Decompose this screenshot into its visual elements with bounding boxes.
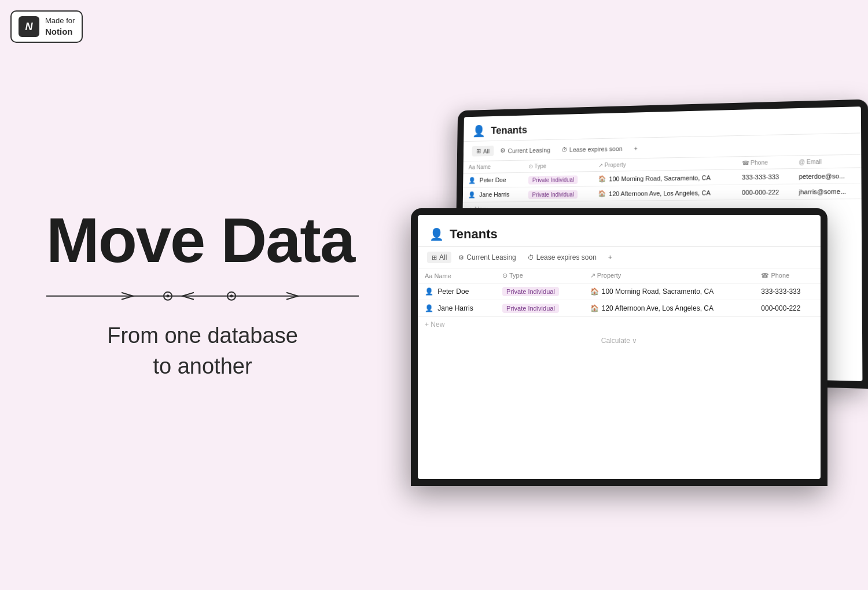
front-db-tabs: ⊞ All ⚙ Current Leasing ⏱ Lease expires … xyxy=(418,247,821,268)
sub-title: From one database to another xyxy=(46,320,359,382)
front-row1-type: Private Individual xyxy=(495,283,583,300)
badge-line2: Notion xyxy=(45,26,75,38)
subtitle-line2: to another xyxy=(153,354,252,378)
svg-point-4 xyxy=(230,294,233,297)
row2-email: jharris@some... xyxy=(793,183,862,200)
front-tab-expires[interactable]: ⏱ Lease expires soon xyxy=(523,252,601,263)
subtitle-line1: From one database xyxy=(107,323,298,348)
front-new-row[interactable]: + New xyxy=(418,317,821,332)
col-name[interactable]: Aa Name xyxy=(463,161,523,174)
row1-type: Private Individual xyxy=(523,172,593,187)
front-row2-property: 🏠 120 Afternoon Ave, Los Angeles, CA xyxy=(583,300,755,317)
back-db-icon: 👤 xyxy=(472,124,486,138)
right-content: 👤 Tenants ⊞ All ⚙ Current Leasing ⏱ Leas… xyxy=(411,104,868,521)
col-type[interactable]: ⊙ Type xyxy=(523,160,593,173)
back-tab-leasing[interactable]: ⚙ Current Leasing xyxy=(496,144,554,156)
front-col-type[interactable]: ⊙ Type xyxy=(495,268,583,283)
front-tab-add[interactable]: + xyxy=(604,252,617,263)
badge-line1: Made for xyxy=(45,16,75,26)
row1-phone: 333-333-333 xyxy=(736,169,793,185)
col-phone[interactable]: ☎ Phone xyxy=(736,156,793,169)
calculate-row[interactable]: Calculate ∨ xyxy=(418,332,821,349)
front-tab-all[interactable]: ⊞ All xyxy=(427,252,451,263)
front-col-phone[interactable]: ☎ Phone xyxy=(754,268,821,283)
row2-type: Private Individual xyxy=(523,186,593,202)
back-tab-expires[interactable]: ⏱ Lease expires soon xyxy=(557,143,627,154)
front-row2-name: 👤 Jane Harris xyxy=(418,300,495,317)
badge-text: Made for Notion xyxy=(45,16,75,37)
front-db-table: Aa Name ⊙ Type ↗ Property ☎ Phone 👤 Pete… xyxy=(418,268,821,317)
back-tab-all[interactable]: ⊞ All xyxy=(472,146,494,157)
laptop-front: 👤 Tenants ⊞ All ⚙ Current Leasing ⏱ Leas… xyxy=(411,208,827,486)
front-screen-content: 👤 Tenants ⊞ All ⚙ Current Leasing ⏱ Leas… xyxy=(418,215,821,479)
row2-property: 🏠 120 Afternoon Ave, Los Angeles, CA xyxy=(593,185,736,201)
main-title: Move Data xyxy=(46,208,359,272)
row1-property: 🏠 100 Morning Road, Sacramento, CA xyxy=(593,169,735,186)
svg-point-2 xyxy=(167,294,170,297)
row1-name: 👤 Peter Doe xyxy=(463,172,523,187)
front-row2-phone: 000-000-222 xyxy=(754,300,821,317)
front-tab-leasing[interactable]: ⚙ Current Leasing xyxy=(454,252,520,263)
back-tab-add[interactable]: + xyxy=(630,143,642,153)
front-row2-type: Private Individual xyxy=(495,300,583,317)
table-row: 👤 Peter Doe Private Individual 🏠 100 Mor… xyxy=(418,283,821,300)
back-db-table: Aa Name ⊙ Type ↗ Property ☎ Phone @ Emai… xyxy=(463,155,862,202)
front-col-name[interactable]: Aa Name xyxy=(418,268,495,283)
front-row1-property: 🏠 100 Morning Road, Sacramento, CA xyxy=(583,283,755,300)
front-row1-name: 👤 Peter Doe xyxy=(418,283,495,300)
front-db-icon: 👤 xyxy=(429,227,444,241)
notion-badge: N Made for Notion xyxy=(10,10,83,43)
row2-phone: 000-000-222 xyxy=(736,184,793,200)
divider-line xyxy=(46,288,359,304)
row2-name: 👤 Jane Harris xyxy=(463,187,523,202)
back-db-title: Tenants xyxy=(491,124,527,137)
notion-icon: N xyxy=(19,16,39,37)
front-col-property[interactable]: ↗ Property xyxy=(583,268,755,283)
row1-email: peterdoe@so... xyxy=(793,168,862,184)
front-row1-phone: 333-333-333 xyxy=(754,283,821,300)
left-content: Move Data From one database to another xyxy=(46,208,359,382)
table-row: 👤 Jane Harris Private Individual 🏠 120 A… xyxy=(418,300,821,317)
front-db-title: Tenants xyxy=(450,227,498,242)
col-email[interactable]: @ Email xyxy=(793,155,862,169)
front-db-header: 👤 Tenants xyxy=(418,215,821,247)
